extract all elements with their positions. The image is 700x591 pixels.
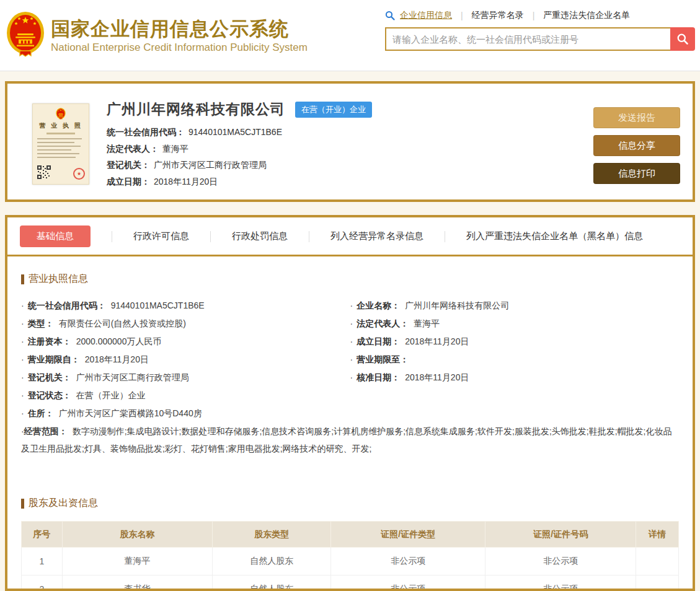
field-type: ·类型：有限责任公司(自然人投资或控股) bbox=[21, 315, 350, 333]
license-fields-left: ·统一社会信用代码：91440101MA5CJT1B6E ·类型：有限责任公司(… bbox=[21, 297, 350, 422]
field-registered-capital: ·注册资本：2000.000000万人民币 bbox=[21, 333, 350, 351]
nav-link-enterprise-credit[interactable]: 企业信用信息 bbox=[400, 10, 452, 21]
cell-certificate-number: 非公示项 bbox=[485, 548, 636, 576]
license-fields: ·统一社会信用代码：91440101MA5CJT1B6E ·类型：有限责任公司(… bbox=[21, 297, 679, 422]
tab-administrative-penalty[interactable]: 行政处罚信息 bbox=[232, 230, 288, 242]
site-title-cn: 国家企业信用信息公示系统 bbox=[51, 18, 308, 40]
info-line-credit-code: 统一社会信用代码：91440101MA5CJT1B6E bbox=[107, 124, 593, 141]
col-header-detail: 详情 bbox=[636, 522, 679, 548]
col-header-certificate-number: 证照/证件号码 bbox=[485, 522, 636, 548]
field-registration-authority: ·登记机关：广州市天河区工商行政管理局 bbox=[21, 369, 350, 387]
license-thumb-textline bbox=[37, 149, 71, 151]
license-thumb-title: 营 业 执 照 bbox=[37, 121, 84, 130]
search-scope-nav: 企业信用信息 | 经营异常名录 | 严重违法失信企业名单 bbox=[385, 9, 695, 22]
field-approval-date: ·核准日期：2018年11月20日 bbox=[350, 369, 680, 387]
license-thumb-textline bbox=[37, 142, 74, 143]
col-header-shareholder-type: 股东类型 bbox=[213, 522, 331, 548]
detail-card: 基础信息 行政许可信息 行政处罚信息 列入经营异常名录信息 列入严重违法失信企业… bbox=[5, 215, 695, 591]
table-row: 1 董海平 自然人股东 非公示项 非公示项 bbox=[22, 548, 679, 576]
section-bar-icon bbox=[21, 499, 24, 509]
cell-detail bbox=[636, 576, 679, 591]
license-thumb-textline bbox=[37, 157, 76, 158]
license-thumb-textline bbox=[37, 153, 79, 154]
page-main: 营 业 执 照 ★ 广州川年网络科技有限公司 在营（开业）企业 统一社会信用代码… bbox=[0, 71, 700, 591]
header-search-area: 企业信用信息 | 经营异常名录 | 严重违法失信企业名单 bbox=[385, 9, 695, 51]
tab-separator bbox=[445, 231, 445, 242]
section-title-text: 股东及出资信息 bbox=[29, 497, 98, 510]
license-section-title: 营业执照信息 bbox=[21, 273, 679, 286]
cell-shareholder-type: 自然人股东 bbox=[213, 576, 331, 591]
detail-body: 营业执照信息 ·统一社会信用代码：91440101MA5CJT1B6E ·类型：… bbox=[7, 256, 693, 591]
field-business-scope: ·经营范围：数字动漫制作;集成电路设计;数据处理和存储服务;信息技术咨询服务;计… bbox=[21, 422, 679, 457]
cell-certificate-type: 非公示项 bbox=[331, 548, 485, 576]
status-badge: 在营（开业）企业 bbox=[295, 102, 372, 118]
cell-detail bbox=[636, 548, 679, 576]
info-line-legal-rep: 法定代表人：董海平 bbox=[107, 141, 593, 157]
shareholders-section: 股东及出资信息 序号 股东名称 股东类型 证照/证件类型 证照/证件号码 详情 bbox=[21, 497, 679, 591]
company-summary-card: 营 业 执 照 ★ 广州川年网络科技有限公司 在营（开业）企业 统一社会信用代码… bbox=[5, 81, 695, 202]
license-thumb-textline bbox=[37, 138, 82, 139]
red-seal-icon: ★ bbox=[73, 168, 85, 180]
send-report-button[interactable]: 发送报告 bbox=[593, 107, 680, 128]
field-label: 法定代表人： bbox=[107, 144, 159, 154]
field-value: 91440101MA5CJT1B6E bbox=[188, 127, 282, 137]
national-emblem-icon bbox=[56, 108, 66, 120]
qr-code bbox=[37, 165, 51, 179]
col-header-seq: 序号 bbox=[22, 522, 63, 548]
field-term-to: ·营业期限至： bbox=[350, 351, 680, 369]
field-legal-rep: ·法定代表人：董海平 bbox=[350, 315, 680, 333]
share-info-button[interactable]: 信息分享 bbox=[593, 135, 680, 156]
tab-separator bbox=[112, 231, 112, 242]
national-emblem-icon bbox=[6, 11, 45, 59]
search-input[interactable] bbox=[385, 27, 670, 51]
field-credit-code: ·统一社会信用代码：91440101MA5CJT1B6E bbox=[21, 297, 350, 315]
search-icon bbox=[676, 33, 689, 45]
field-establishment-date: ·成立日期：2018年11月20日 bbox=[350, 333, 680, 351]
cell-seq: 2 bbox=[22, 576, 63, 591]
license-fields-right: ·企业名称：广州川年网络科技有限公司 ·法定代表人：董海平 ·成立日期：2018… bbox=[350, 297, 680, 422]
cell-certificate-number: 非公示项 bbox=[485, 576, 636, 591]
brand-text: 国家企业信用信息公示系统 National Enterprise Credit … bbox=[51, 17, 308, 55]
nav-link-abnormal-operations[interactable]: 经营异常名录 bbox=[472, 10, 524, 21]
business-license-thumbnail[interactable]: 营 业 执 照 ★ bbox=[32, 103, 89, 185]
nav-link-serious-violation[interactable]: 严重违法失信企业名单 bbox=[543, 10, 630, 21]
tab-separator bbox=[210, 231, 211, 242]
license-thumb-textline bbox=[37, 146, 81, 147]
field-value: 2018年11月20日 bbox=[154, 177, 218, 186]
company-info: 广州川年网络科技有限公司 在营（开业）企业 统一社会信用代码：91440101M… bbox=[107, 94, 593, 199]
company-name: 广州川年网络科技有限公司 bbox=[107, 100, 285, 119]
license-thumb-subtitle-bar bbox=[47, 133, 75, 134]
col-header-shareholder-name: 股东名称 bbox=[62, 522, 213, 548]
tab-abnormal-operations[interactable]: 列入经营异常名录信息 bbox=[330, 230, 423, 242]
field-label: 统一社会信用代码： bbox=[107, 127, 185, 137]
cell-seq: 1 bbox=[22, 548, 63, 576]
field-value: 董海平 bbox=[162, 144, 188, 154]
tab-basic-info[interactable]: 基础信息 bbox=[20, 225, 91, 247]
search-button[interactable] bbox=[670, 27, 695, 51]
field-term-from: ·营业期限自：2018年11月20日 bbox=[21, 351, 350, 369]
field-address: ·住所：广州市天河区广棠西横路10号D440房 bbox=[21, 405, 350, 422]
section-bar-icon bbox=[21, 274, 24, 284]
site-title-en: National Enterprise Credit Information P… bbox=[51, 42, 308, 54]
nav-separator: | bbox=[533, 11, 535, 20]
tab-blacklist[interactable]: 列入严重违法失信企业名单（黑名单）信息 bbox=[466, 230, 643, 242]
tab-separator bbox=[309, 231, 309, 242]
search-icon bbox=[385, 11, 395, 20]
site-header: 国家企业信用信息公示系统 National Enterprise Credit … bbox=[0, 0, 700, 71]
table-row: 2 李书华 自然人股东 非公示项 非公示项 bbox=[22, 576, 679, 591]
tab-administrative-license[interactable]: 行政许可信息 bbox=[133, 230, 189, 242]
action-buttons: 发送报告 信息分享 信息打印 bbox=[593, 107, 680, 199]
cell-shareholder-name: 李书华 bbox=[62, 576, 213, 591]
shareholders-table: 序号 股东名称 股东类型 证照/证件类型 证照/证件号码 详情 1 董海平 自然 bbox=[21, 521, 679, 591]
print-info-button[interactable]: 信息打印 bbox=[593, 163, 680, 184]
info-line-registration-authority: 登记机关：广州市天河区工商行政管理局 bbox=[107, 157, 593, 173]
search-bar bbox=[385, 27, 695, 51]
col-header-certificate-type: 证照/证件类型 bbox=[331, 522, 485, 548]
field-value: 广州市天河区工商行政管理局 bbox=[154, 160, 267, 170]
shareholders-section-title: 股东及出资信息 bbox=[21, 497, 679, 510]
field-label: 成立日期： bbox=[107, 177, 150, 186]
section-title-text: 营业执照信息 bbox=[29, 273, 88, 286]
field-registration-status: ·登记状态：在营（开业）企业 bbox=[21, 387, 350, 405]
cell-shareholder-type: 自然人股东 bbox=[213, 548, 331, 576]
info-line-establishment-date: 成立日期：2018年11月20日 bbox=[107, 173, 593, 190]
